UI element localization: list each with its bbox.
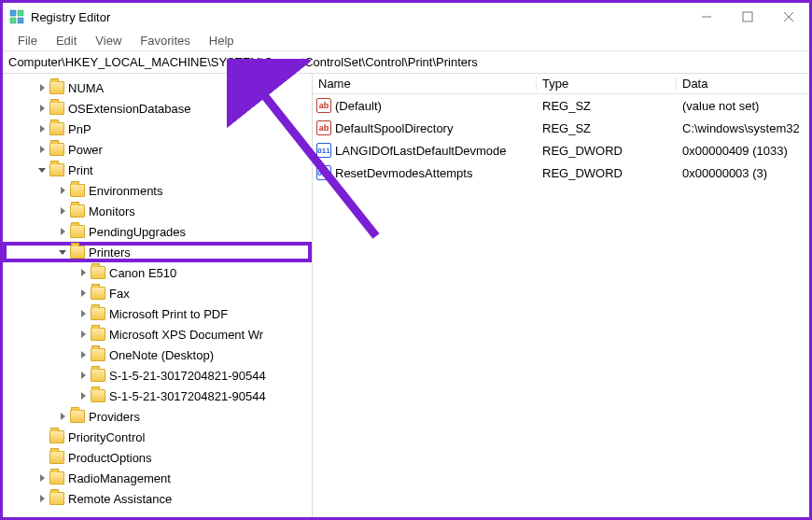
- chevron-down-icon: [57, 246, 68, 258]
- address-bar[interactable]: Computer\HKEY_LOCAL_MACHINE\SYSTEM\Curre…: [3, 51, 809, 74]
- folder-icon: [70, 204, 85, 218]
- folder-icon: [91, 266, 105, 279]
- folder-icon: [91, 369, 105, 382]
- tree-item-msxps[interactable]: Microsoft XPS Document Wr: [3, 324, 312, 344]
- chevron-right-icon: [36, 82, 48, 93]
- close-button[interactable]: [768, 4, 809, 30]
- chevron-right-icon: [36, 472, 48, 484]
- list-pane: Name Type Data ab (Default) REG_SZ (valu…: [313, 74, 809, 517]
- tree-item-sid1[interactable]: S-1-5-21-3017204821-90544: [3, 365, 312, 386]
- tree-label: Power: [68, 143, 103, 157]
- tree-item-onenote[interactable]: OneNote (Desktop): [3, 344, 312, 365]
- tree-label: Fax: [109, 287, 130, 301]
- folder-icon: [49, 81, 64, 94]
- tree-item-fax[interactable]: Fax: [3, 283, 312, 303]
- value-type: REG_SZ: [537, 121, 677, 135]
- tree-item-print[interactable]: Print: [3, 160, 312, 180]
- chevron-right-icon: [77, 308, 89, 319]
- chevron-right-icon: [77, 349, 89, 360]
- chevron-right-icon: [36, 144, 48, 155]
- tree-label: Monitors: [89, 204, 135, 218]
- tree-label: Microsoft Print to PDF: [109, 307, 228, 321]
- menu-view[interactable]: View: [86, 32, 131, 49]
- tree-item-pnp[interactable]: PnP: [3, 119, 312, 139]
- value-type: REG_SZ: [537, 99, 677, 113]
- reg-binary-icon: 011: [316, 143, 331, 158]
- tree-item-power[interactable]: Power: [3, 139, 312, 160]
- folder-icon: [91, 389, 105, 402]
- reg-binary-icon: 011: [316, 165, 331, 180]
- tree-label: OneNote (Desktop): [109, 348, 214, 362]
- tree-label: Environments: [89, 184, 162, 198]
- chevron-right-icon: [57, 185, 68, 196]
- folder-icon: [70, 246, 85, 259]
- svg-rect-1: [18, 10, 23, 16]
- chevron-right-icon: [77, 370, 89, 381]
- tree-item-providers[interactable]: Providers: [3, 406, 312, 427]
- chevron-right-icon: [57, 226, 68, 237]
- folder-icon: [91, 348, 105, 361]
- value-data: 0x00000003 (3): [677, 166, 809, 180]
- tree-item-radiomanagement[interactable]: RadioManagement: [3, 468, 312, 488]
- tree-item-prioritycontrol[interactable]: PriorityControl: [3, 427, 312, 447]
- svg-rect-2: [10, 18, 16, 23]
- list-header: Name Type Data: [313, 74, 809, 94]
- minimize-button[interactable]: [686, 4, 727, 30]
- tree-label: S-1-5-21-3017204821-90544: [109, 389, 266, 403]
- value-type: REG_DWORD: [537, 166, 677, 180]
- tree-item-printers[interactable]: Printers: [3, 242, 312, 262]
- chevron-right-icon: [77, 329, 89, 340]
- list-row[interactable]: 011 LANGIDOfLastDefaultDevmode REG_DWORD…: [313, 139, 809, 162]
- tree-item-productoptions[interactable]: ProductOptions: [3, 447, 312, 468]
- menu-file[interactable]: File: [8, 32, 47, 49]
- svg-rect-5: [743, 12, 752, 21]
- maximize-button[interactable]: [727, 4, 768, 30]
- menu-favorites[interactable]: Favorites: [131, 32, 199, 49]
- folder-icon: [49, 430, 64, 443]
- tree-label: NUMA: [68, 81, 104, 95]
- list-row[interactable]: 011 ResetDevmodesAttempts REG_DWORD 0x00…: [313, 162, 809, 184]
- tree-item-pendingupgrades[interactable]: PendingUpgrades: [3, 221, 312, 242]
- tree-item-numa[interactable]: NUMA: [3, 77, 312, 98]
- folder-icon: [49, 492, 64, 505]
- list-header-type[interactable]: Type: [537, 77, 677, 91]
- chevron-right-icon: [57, 205, 68, 217]
- tree-label: Printers: [89, 246, 131, 260]
- tree-label: PriorityControl: [68, 430, 145, 444]
- value-name: (Default): [335, 99, 382, 113]
- regedit-icon: [8, 8, 25, 25]
- tree-item-mspdf[interactable]: Microsoft Print to PDF: [3, 303, 312, 324]
- svg-rect-0: [10, 10, 16, 16]
- tree-label: Remote Assistance: [68, 492, 172, 506]
- tree-pane[interactable]: NUMA OSExtensionDatabase PnP Power Print: [3, 74, 313, 517]
- folder-icon: [91, 287, 105, 300]
- window-frame: Registry Editor File Edit View Favorites…: [0, 0, 812, 520]
- list-row[interactable]: ab (Default) REG_SZ (value not set): [313, 94, 809, 117]
- tree-label: S-1-5-21-3017204821-90544: [109, 369, 266, 383]
- chevron-right-icon: [36, 493, 48, 504]
- value-name: DefaultSpoolDirectory: [335, 121, 453, 135]
- folder-icon: [49, 122, 64, 135]
- tree-label: Print: [68, 163, 93, 177]
- reg-string-icon: ab: [316, 98, 331, 113]
- list-row[interactable]: ab DefaultSpoolDirectory REG_SZ C:\windo…: [313, 117, 809, 139]
- tree-label: ProductOptions: [68, 451, 152, 465]
- tree-label: PendingUpgrades: [89, 225, 186, 239]
- tree-item-environments[interactable]: Environments: [3, 180, 312, 201]
- list-header-data[interactable]: Data: [677, 77, 809, 91]
- folder-icon: [49, 471, 64, 485]
- tree-label: Microsoft XPS Document Wr: [109, 328, 263, 342]
- tree-item-sid2[interactable]: S-1-5-21-3017204821-90544: [3, 386, 312, 406]
- menu-edit[interactable]: Edit: [47, 32, 86, 49]
- menu-help[interactable]: Help: [200, 32, 244, 49]
- list-header-name[interactable]: Name: [313, 77, 537, 91]
- folder-icon: [70, 225, 85, 238]
- tree-item-monitors[interactable]: Monitors: [3, 201, 312, 221]
- tree-item-canon[interactable]: Canon E510: [3, 262, 312, 283]
- folder-icon: [91, 307, 105, 320]
- menubar: File Edit View Favorites Help: [3, 31, 809, 51]
- tree-label: OSExtensionDatabase: [68, 102, 191, 116]
- tree-item-osext[interactable]: OSExtensionDatabase: [3, 98, 312, 119]
- tree-item-remoteassistance[interactable]: Remote Assistance: [3, 488, 312, 509]
- tree-label: RadioManagement: [68, 471, 171, 485]
